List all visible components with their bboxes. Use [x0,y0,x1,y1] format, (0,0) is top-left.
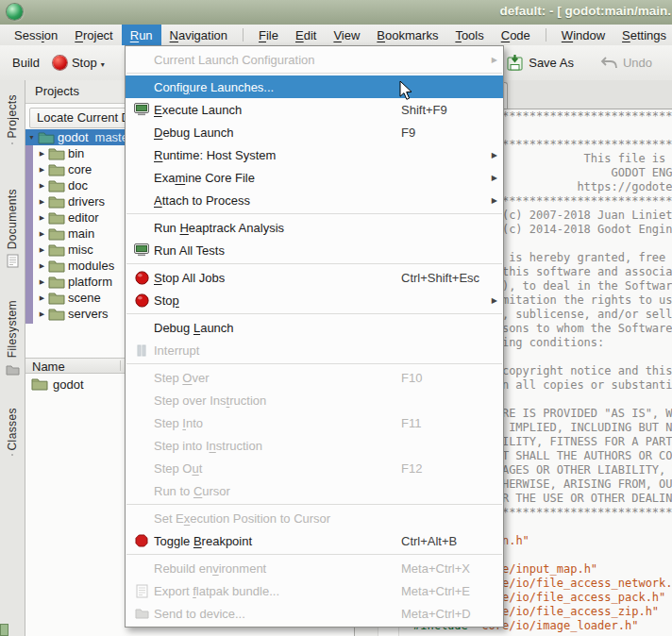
menubar-item-view[interactable]: View [325,25,368,45]
dock-tab-label: Classes [6,408,19,450]
menu-item-export-flatpak-bundle: Export flatpak bundle...Meta+Ctrl+E [126,579,503,602]
pause-icon [129,344,154,357]
menu-item-debug-launch[interactable]: Debug LaunchF9 [126,121,503,143]
menu-separator [126,263,502,264]
menu-item-configure-launches[interactable]: Configure Launches... [126,75,503,98]
column-divider[interactable] [120,360,121,371]
dock-tab-label: Filesystem [6,300,19,358]
menu-item-label: Stop [154,293,401,308]
menu-item-label: Current Launch Configuration [154,53,401,67]
dock-tab-documents[interactable]: Documents [0,189,25,272]
folder-icon [38,131,55,144]
menu-item-label: Attach to Process [154,193,401,208]
expand-arrow-icon[interactable]: ▶ [37,246,47,254]
tree-item-label: misc [68,243,93,257]
menu-item-runtime-host-system[interactable]: Runtime: Host System▶ [126,143,503,166]
expand-arrow-icon[interactable]: ▶ [37,214,47,222]
menu-item-label: Set Execution Position to Cursor [154,511,401,526]
menu-item-label: Execute Launch [154,103,401,117]
folder-icon [48,308,65,321]
menu-item-run-all-tests[interactable]: Run All Tests [126,239,503,261]
submenu-arrow-icon: ▶ [486,196,499,205]
menu-item-label: Run All Tests [154,243,401,258]
menu-separator [126,73,502,74]
menu-separator [126,313,502,314]
menubar-item-tools[interactable]: Tools [446,25,492,45]
expand-arrow-icon[interactable]: ▶ [37,310,47,318]
expand-arrow-icon[interactable]: ▶ [37,294,47,302]
dock-tab-classes[interactable]: Classes [0,408,25,455]
dock-tab-filesystem[interactable]: Filesystem [0,300,25,379]
save-as-button[interactable]: Save As [500,51,580,75]
folder-icon [48,179,65,192]
menubar-item-code[interactable]: Code [493,25,539,45]
menu-item-execute-launch[interactable]: Execute LaunchShift+F9 [126,98,503,121]
menubar-item-settings[interactable]: Settings [613,25,672,45]
tree-item-label: scene [68,291,101,305]
stop-icon [53,56,67,70]
tree-item-label: servers [68,307,109,321]
folder-icon [48,147,65,160]
menu-separator [126,554,502,555]
menu-item-label: Export flatpak bundle... [154,584,401,598]
menu-item-debug-launch[interactable]: Debug Launch [126,316,503,339]
menu-separator [126,504,502,505]
dock-tab-projects[interactable]: Projects [0,94,25,143]
table-row-name: godot [53,377,84,392]
menu-item-toggle-breakpoint[interactable]: Toggle BreakpointCtrl+Alt+B [126,529,503,552]
menu-item-shortcut: F11 [401,416,486,430]
menubar-item-window[interactable]: Window [553,25,613,45]
menu-item-label: Examine Core File [154,171,401,185]
monitor-icon [129,243,154,257]
tree-item-label: doc [68,178,88,192]
menu-item-stop[interactable]: Stop▶ [126,289,503,311]
tree-item-label: godot [58,130,89,144]
menu-item-shortcut: Meta+Ctrl+D [401,607,486,621]
build-button[interactable]: Build [6,52,46,74]
expand-arrow-icon[interactable]: ▶ [37,278,47,286]
menubar-item-session[interactable]: Session [6,25,66,45]
folder-icon [48,195,65,209]
menubar-item-navigation[interactable]: Navigation [161,25,236,45]
collapse-arrow-icon[interactable]: ▼ [26,134,37,141]
expand-arrow-icon[interactable]: ▶ [37,230,47,238]
expand-arrow-icon[interactable]: ▶ [37,166,47,174]
menu-separator [126,363,502,364]
expand-arrow-icon[interactable]: ▶ [37,150,47,158]
menu-item-attach-to-process[interactable]: Attach to Process▶ [126,189,503,211]
menu-item-current-launch-configuration: Current Launch Configuration▶ [126,48,503,71]
menu-item-step-into: Step IntoF11 [126,411,503,434]
menu-item-label: Step Over [154,371,401,385]
menu-item-label: Run to Cursor [154,484,401,498]
menu-item-label: Step into Instruction [154,439,401,453]
menu-item-run-to-cursor: Run to Cursor [126,479,503,502]
menubar-item-edit[interactable]: Edit [287,25,325,45]
menubar-item-run[interactable]: Run [122,25,161,45]
menubar-item-project[interactable]: Project [66,25,121,45]
stop-icon [129,293,154,308]
left-dock-strip: ProjectsDocumentsFilesystemClasses [0,80,25,636]
menu-item-shortcut: F12 [401,461,486,476]
menu-item-label: Step over Instruction [154,393,401,408]
stop-button[interactable]: Stop ▾ [46,52,111,74]
folder-icon [48,211,65,225]
stop-dropdown-arrow-icon[interactable]: ▾ [101,60,105,69]
menu-item-label: Step Out [154,461,401,476]
menu-item-shortcut: F10 [401,371,486,385]
menu-item-step-out: Step OutF12 [126,457,503,479]
expand-arrow-icon[interactable]: ▶ [37,262,47,270]
expand-arrow-icon[interactable]: ▶ [37,198,47,206]
run-menu-popup: Current Launch Configuration▶Configure L… [125,45,504,628]
menu-item-stop-all-jobs[interactable]: Stop All JobsCtrl+Shift+Esc [126,266,503,289]
menu-item-shortcut: Meta+Ctrl+X [401,561,486,576]
folder-icon [48,163,65,176]
undo-button[interactable]: Undo [594,52,659,74]
menubar-item-file[interactable]: File [250,25,287,45]
menu-item-run-heaptrack-analysis[interactable]: Run Heaptrack Analysis [126,216,503,239]
menu-item-examine-core-file[interactable]: Examine Core File▶ [126,166,503,189]
menubar-item-bookmarks[interactable]: Bookmarks [368,25,446,45]
expand-arrow-icon[interactable]: ▶ [37,182,47,190]
menu-item-rebuild-environment: Rebuild environmentMeta+Ctrl+X [126,557,503,579]
tree-item-label: core [68,162,92,176]
title-bar[interactable]: default: - [ godot:main/main. [0,0,672,25]
